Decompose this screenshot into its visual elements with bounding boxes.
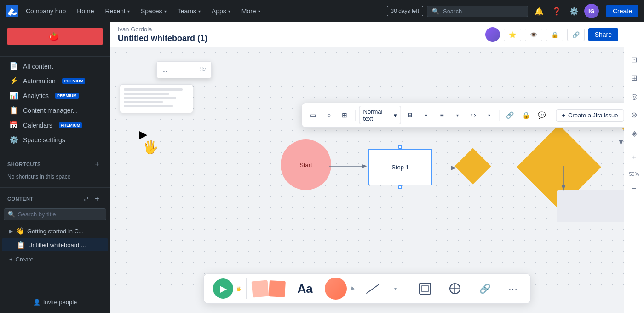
whiteboard-header: Ivan Gordola Untitled whiteboard (1) ⭐ 👁…	[110, 22, 644, 47]
align-chevron[interactable]: ▾	[483, 108, 495, 122]
restrict-button[interactable]: 🔒	[546, 29, 564, 41]
nav-recent[interactable]: Recent ▾	[102, 6, 133, 17]
sidebar-item-label: Automation	[23, 77, 56, 85]
text-section: Aa	[291, 278, 319, 299]
sidebar-item-all-content[interactable]: 📄 All content	[2, 59, 108, 73]
premium-badge: PREMIUM	[62, 78, 86, 84]
sticky-pink[interactable]	[252, 280, 269, 297]
shape-step1-rect[interactable]: Step 1	[368, 149, 432, 185]
whiteboard-canvas[interactable]: ... ⌘/ 🖐️ ▶ Start	[110, 47, 624, 313]
confluence-logo[interactable]	[6, 5, 18, 17]
play-icon-secondary: 🖐	[235, 285, 242, 292]
layout1-button[interactable]: ⊞	[626, 70, 643, 86]
more-button[interactable]: ⋯	[503, 278, 523, 299]
nav-company-hub[interactable]: Company hub	[22, 6, 69, 17]
shape-start-circle[interactable]: Start	[281, 139, 331, 190]
all-content-icon: 📄	[9, 62, 18, 70]
embed-button[interactable]: 🔗	[475, 278, 495, 299]
copy-link-button[interactable]: 🔗	[567, 29, 585, 41]
shape-gray-rect[interactable]	[557, 190, 624, 222]
help-icon[interactable]: ❓	[549, 4, 564, 18]
sticky-orange[interactable]	[269, 280, 286, 297]
shape-circle-button[interactable]	[325, 278, 347, 300]
line-dropdown[interactable]: ▾	[385, 278, 405, 299]
content-search-box[interactable]: 🔍	[4, 208, 106, 220]
trial-badge[interactable]: 30 days left	[387, 6, 423, 16]
line-button[interactable]	[363, 278, 383, 299]
shape-circle-icon[interactable]: ○	[322, 108, 335, 122]
arrow-start-step1	[329, 162, 370, 171]
context-menu-item[interactable]: ... ⌘/	[157, 64, 211, 76]
tree-item-getting-started[interactable]: ▶ 👋 Getting started in C...	[2, 225, 108, 238]
nav-more[interactable]: More ▾	[238, 6, 264, 17]
invite-label: Invite people	[43, 299, 77, 306]
cursor-arrow-icon: ▶	[139, 128, 147, 141]
search-input[interactable]	[18, 211, 102, 218]
nav-home[interactable]: Home	[73, 6, 98, 17]
notifications-icon[interactable]: 🔔	[532, 4, 546, 18]
cursor-hand-icon: 🖐️	[143, 139, 159, 155]
collaborator-avatar[interactable]	[485, 27, 500, 42]
user-avatar[interactable]: IG	[584, 4, 599, 18]
share-button[interactable]: Share	[588, 28, 618, 41]
template-button[interactable]	[445, 278, 465, 299]
play-button[interactable]: ▶	[213, 278, 233, 299]
lock-button[interactable]: 🔒	[519, 108, 532, 122]
align-button[interactable]: ⇔	[467, 108, 480, 122]
link-button[interactable]: 🔗	[504, 108, 517, 122]
sidebar-item-analytics[interactable]: 📊 Analytics PREMIUM	[2, 88, 108, 103]
selection-handle-top	[398, 145, 402, 149]
shape-dropdown-icon[interactable]: ◀	[348, 285, 355, 292]
layout4-button[interactable]: ◈	[626, 125, 643, 141]
arrow-right	[590, 166, 624, 175]
sidebar-item-automation[interactable]: ⚡ Automation PREMIUM	[2, 74, 108, 88]
tree-item-label: Getting started in C...	[27, 228, 84, 235]
bold-button[interactable]: B	[404, 108, 417, 122]
page-icon: 👋	[16, 227, 24, 235]
nav-apps[interactable]: Apps ▾	[208, 6, 234, 17]
sidebar-item-label: Content manager...	[23, 107, 78, 114]
text-button[interactable]: Aa	[295, 278, 315, 299]
layout2-button[interactable]: ◎	[626, 88, 643, 104]
nav-spaces[interactable]: Spaces ▾	[137, 6, 170, 17]
more-actions-button[interactable]: ⋯	[622, 27, 637, 42]
create-page-button[interactable]: + Create	[2, 254, 108, 265]
text-style-select[interactable]: Normal text ▾	[359, 106, 401, 124]
fit-view-button[interactable]: ⊡	[626, 51, 643, 68]
create-jira-button[interactable]: + Create a Jira issue	[556, 109, 624, 122]
add-shortcut-button[interactable]: +	[92, 159, 103, 170]
avatar-image: IG	[584, 4, 599, 18]
space-button[interactable]: 🍅	[7, 28, 103, 45]
watch-button[interactable]: 👁️	[525, 29, 542, 41]
sidebar-item-content-manager[interactable]: 📋 Content manager...	[2, 103, 108, 117]
comment-button[interactable]: 💬	[535, 108, 548, 122]
star-button[interactable]: ⭐	[504, 29, 521, 41]
change-content-button[interactable]: ⇄	[80, 193, 92, 204]
settings-icon[interactable]: ⚙️	[567, 4, 581, 18]
sidebar-item-calendars[interactable]: 📅 Calendars PREMIUM	[2, 118, 108, 132]
add-content-button[interactable]: +	[92, 193, 103, 204]
zoom-in-button[interactable]: +	[626, 149, 643, 166]
shape-small-diamond[interactable]	[460, 153, 486, 179]
svg-line-8	[367, 284, 380, 293]
toolbar-divider	[500, 110, 500, 121]
frame-button[interactable]	[415, 278, 435, 299]
shortcuts-empty-message: No shortcuts in this space	[0, 172, 110, 184]
panel-divider	[628, 145, 641, 145]
list-chevron[interactable]: ▾	[451, 108, 464, 122]
create-button[interactable]: Create	[606, 5, 638, 17]
chevron-icon: ▾	[394, 112, 397, 119]
global-search[interactable]: 🔍 Search	[427, 6, 528, 17]
keyboard-shortcut: ⌘/	[199, 67, 206, 73]
zoom-out-button[interactable]: −	[626, 180, 643, 197]
nav-teams[interactable]: Teams ▾	[174, 6, 204, 17]
bold-chevron[interactable]: ▾	[420, 108, 432, 122]
list-button[interactable]: ≡	[435, 108, 448, 122]
layout3-button[interactable]: ⊛	[626, 106, 643, 123]
shape-square-icon[interactable]: ▭	[307, 108, 320, 122]
tree-item-untitled-whiteboard[interactable]: 📋 Untitled whiteboard ...	[2, 238, 108, 251]
sidebar-item-space-settings[interactable]: ⚙️ Space settings	[2, 133, 108, 147]
content-area: Ivan Gordola Untitled whiteboard (1) ⭐ 👁…	[110, 22, 644, 313]
invite-people-button[interactable]: 👤 Invite people	[4, 295, 106, 309]
shape-grid-icon[interactable]: ⊞	[338, 108, 351, 122]
